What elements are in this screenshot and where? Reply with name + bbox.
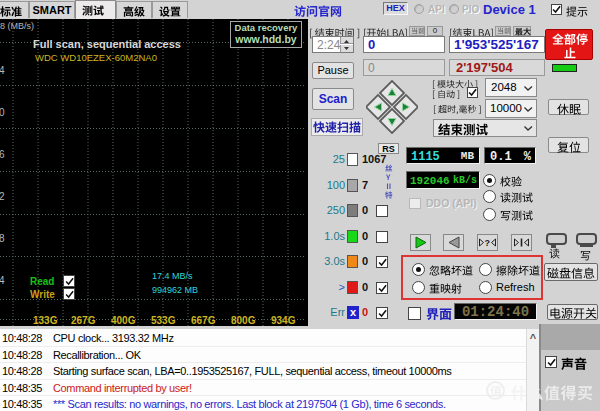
- svg-text:?: ?: [485, 238, 491, 248]
